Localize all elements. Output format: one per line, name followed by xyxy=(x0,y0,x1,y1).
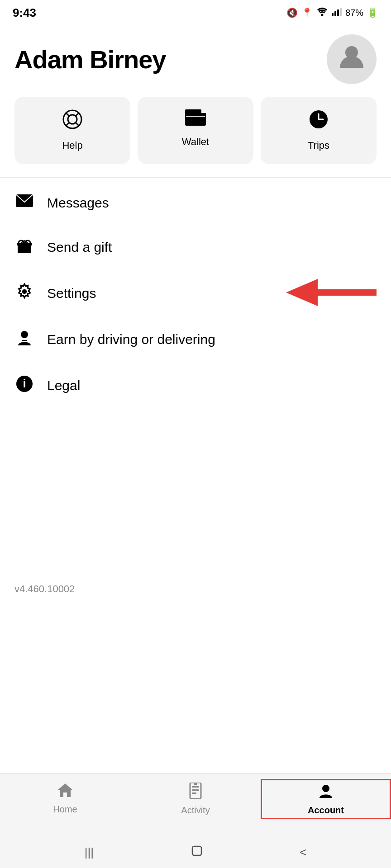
svg-line-8 xyxy=(66,113,69,116)
svg-line-9 xyxy=(76,113,79,116)
account-nav-label: Account xyxy=(308,805,344,816)
activity-nav-label: Activity xyxy=(181,805,210,816)
menu-list: Messages Send a gift Settings xyxy=(0,178,391,576)
help-icon xyxy=(62,109,82,133)
settings-arrow-annotation xyxy=(286,277,377,310)
trips-icon xyxy=(309,109,329,133)
version-text: v4.460.10002 xyxy=(0,576,391,609)
account-icon xyxy=(318,783,334,802)
svg-rect-3 xyxy=(337,9,339,16)
wallet-icon xyxy=(185,109,206,130)
svg-rect-33 xyxy=(192,786,199,788)
menu-item-earn[interactable]: Earn by driving or delivering xyxy=(0,316,391,363)
svg-rect-14 xyxy=(185,109,201,115)
nav-home[interactable]: Home xyxy=(0,779,130,818)
status-bar: 9:43 🔇 📍 87% 🔋 xyxy=(0,0,391,24)
send-gift-label: Send a gift xyxy=(47,240,112,255)
signal-icon xyxy=(332,8,342,18)
status-time: 9:43 xyxy=(13,6,36,20)
svg-point-7 xyxy=(68,115,77,124)
activity-icon xyxy=(188,783,203,802)
settings-icon xyxy=(14,283,34,304)
svg-rect-34 xyxy=(192,789,199,791)
menu-item-messages[interactable]: Messages xyxy=(0,181,391,224)
header: Adam Birney xyxy=(0,24,391,93)
svg-marker-27 xyxy=(286,279,377,306)
svg-text:i: i xyxy=(23,377,26,390)
battery-icon: 🔋 xyxy=(367,7,378,18)
svg-rect-2 xyxy=(334,11,336,16)
quick-actions: Help Wallet Trips xyxy=(0,93,391,177)
battery-text: 87% xyxy=(345,8,363,18)
avatar[interactable] xyxy=(327,34,377,84)
home-icon xyxy=(57,783,73,802)
menu-item-legal[interactable]: i Legal xyxy=(0,363,391,409)
svg-line-10 xyxy=(66,123,69,126)
legal-icon: i xyxy=(14,375,34,396)
svg-point-26 xyxy=(22,289,27,294)
nav-account[interactable]: Account xyxy=(261,779,391,819)
svg-rect-4 xyxy=(340,8,342,16)
svg-rect-35 xyxy=(192,793,196,794)
location-icon: 📍 xyxy=(301,7,313,18)
system-nav-bar: ||| < xyxy=(0,836,391,868)
wallet-label: Wallet xyxy=(182,136,209,148)
svg-point-37 xyxy=(322,785,329,792)
nav-activity[interactable]: Activity xyxy=(130,779,261,819)
svg-rect-29 xyxy=(22,340,27,341)
svg-point-28 xyxy=(21,331,28,338)
messages-label: Messages xyxy=(47,195,109,211)
svg-rect-1 xyxy=(332,13,334,16)
svg-point-0 xyxy=(321,14,323,16)
wifi-icon xyxy=(316,7,328,19)
sys-back-icon[interactable]: < xyxy=(300,845,306,859)
home-nav-label: Home xyxy=(53,804,77,815)
help-button[interactable]: Help xyxy=(14,97,130,164)
svg-rect-36 xyxy=(194,783,197,785)
wallet-button[interactable]: Wallet xyxy=(138,97,253,164)
svg-rect-38 xyxy=(192,846,201,855)
trips-button[interactable]: Trips xyxy=(261,97,377,164)
sys-home-icon[interactable] xyxy=(191,844,203,860)
help-label: Help xyxy=(62,140,82,151)
bottom-nav: Home Activity Account xyxy=(0,773,391,836)
earn-icon xyxy=(14,329,34,350)
messages-icon xyxy=(14,194,34,212)
avatar-icon xyxy=(337,42,366,77)
svg-rect-15 xyxy=(186,116,205,117)
earn-label: Earn by driving or delivering xyxy=(47,332,215,347)
user-name: Adam Birney xyxy=(14,45,166,74)
legal-label: Legal xyxy=(47,378,80,393)
gift-icon xyxy=(14,237,34,258)
trips-label: Trips xyxy=(308,140,329,151)
menu-item-send-gift[interactable]: Send a gift xyxy=(0,224,391,270)
svg-line-11 xyxy=(76,123,79,126)
mute-icon: 🔇 xyxy=(286,7,298,18)
menu-item-settings[interactable]: Settings xyxy=(0,270,391,316)
status-icons: 🔇 📍 87% 🔋 xyxy=(286,7,378,19)
sys-recents-icon[interactable]: ||| xyxy=(85,845,94,859)
settings-label: Settings xyxy=(47,286,96,301)
